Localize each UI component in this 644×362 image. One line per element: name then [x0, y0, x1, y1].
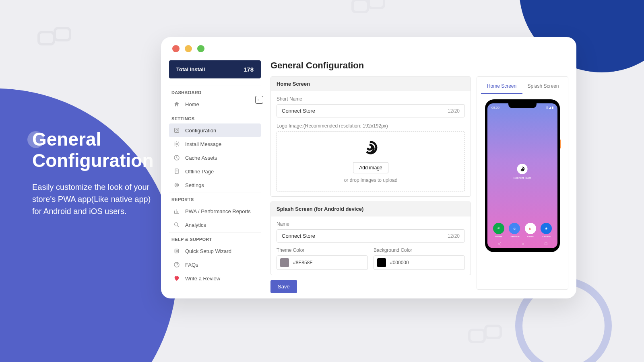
sidebar-item-label: Offline Page — [185, 169, 214, 175]
sidebar-item-home[interactable]: Home — [169, 97, 261, 111]
chart-icon — [173, 208, 180, 215]
close-icon[interactable] — [172, 45, 180, 52]
short-name-counter: 12/20 — [448, 108, 460, 114]
theme-color-label: Theme Color — [277, 247, 368, 253]
sidebar-item-label: Configuration — [185, 128, 216, 134]
camera-app-icon: ◉ — [541, 223, 552, 234]
theme-color-input[interactable]: #8E858F — [277, 255, 368, 270]
swatch-icon — [377, 258, 386, 267]
bg-color-input[interactable]: #000000 — [374, 255, 465, 270]
short-name-input[interactable] — [282, 108, 448, 114]
maximize-icon[interactable] — [197, 45, 204, 52]
sidebar-header-settings: SETTINGS — [169, 112, 261, 123]
sidebar-item-settings[interactable]: Settings — [169, 178, 261, 192]
home-circle-icon: ○ — [522, 241, 524, 246]
panel-header: Home Screen — [271, 77, 471, 91]
sidebar-item-label: Home — [185, 101, 199, 107]
help-icon — [173, 261, 180, 268]
logo-label: Logo Image:(Recommended resolution: 192x… — [277, 123, 465, 129]
sidebar: Total Install 178 DASHBOARD ← Home SETTI… — [169, 60, 261, 290]
traffic-lights — [161, 37, 576, 60]
page-title: General Configuration — [270, 60, 568, 71]
sidebar-item-offline-page[interactable]: Offline Page — [169, 165, 261, 178]
svg-point-11 — [176, 184, 178, 186]
phone-screen: 08.00 ▯ ◢ ▮ Connect Store ✆Phone GTransl… — [487, 103, 557, 248]
chain-icon — [36, 24, 72, 48]
translate-app-icon: G — [509, 223, 520, 234]
sidebar-item-analytics[interactable]: Analytics — [169, 218, 261, 232]
status-time: 08.00 — [491, 106, 500, 109]
minimize-icon[interactable] — [185, 45, 192, 52]
signal-icon: ▯ ◢ ▮ — [546, 106, 553, 109]
cache-icon — [173, 154, 180, 161]
power-button-icon — [560, 140, 561, 148]
svg-rect-6 — [175, 128, 179, 133]
chain-icon — [350, 0, 386, 16]
sidebar-item-review[interactable]: Write a Review — [169, 272, 261, 285]
install-label: Total Install — [176, 66, 205, 72]
svg-rect-5 — [485, 326, 501, 338]
wizard-icon — [173, 247, 180, 255]
tab-home-screen[interactable]: Home Screen — [481, 81, 522, 94]
notch — [508, 103, 537, 108]
bg-color-value: #000000 — [390, 260, 409, 265]
sidebar-item-cache-assets[interactable]: Cache Assets — [169, 151, 261, 165]
preview-panel: Home Screen Splash Screen 08.00 ▯ ◢ ▮ — [477, 76, 568, 290]
svg-rect-1 — [55, 28, 70, 40]
svg-rect-2 — [353, 0, 368, 12]
sidebar-item-label: Install Message — [185, 141, 221, 147]
collapse-sidebar-button[interactable]: ← — [255, 96, 263, 104]
phone-app-icon: ✆ — [493, 223, 504, 234]
logo-preview — [285, 140, 456, 157]
marketing-title: General Configuration — [32, 129, 153, 171]
sidebar-item-pwa-reports[interactable]: PWA / Performance Reports — [169, 204, 261, 218]
spiral-icon — [363, 140, 379, 156]
sidebar-item-label: FAQs — [185, 262, 198, 268]
save-button[interactable]: Save — [270, 280, 297, 293]
tab-splash-screen[interactable]: Splash Screen — [522, 81, 564, 94]
logo-dropzone[interactable]: Add image or drop images to upload — [277, 131, 465, 191]
browser-window: Total Install 178 DASHBOARD ← Home SETTI… — [161, 37, 576, 298]
chain-icon — [467, 322, 503, 346]
svg-rect-3 — [369, 0, 384, 8]
swatch-icon — [280, 258, 289, 267]
sidebar-item-label: Write a Review — [185, 276, 220, 282]
sidebar-item-install-message[interactable]: Install Message — [169, 137, 261, 151]
recent-icon: □ — [545, 241, 547, 246]
sidebar-header-help: HELP & SUPPORT — [169, 232, 261, 244]
sidebar-header-dashboard: DASHBOARD ← — [169, 86, 261, 97]
sidebar-item-label: Settings — [185, 182, 204, 188]
sidebar-item-setup-wizard[interactable]: Quick Setup Wizard — [169, 244, 261, 258]
marketing-desc: Easily customize the look of your store'… — [32, 181, 153, 217]
search-icon — [173, 221, 180, 228]
sidebar-item-label: Cache Assets — [185, 155, 217, 161]
panel-header: Splash Screen (for Android device) — [271, 202, 471, 216]
svg-rect-13 — [175, 249, 178, 253]
page-icon — [173, 168, 180, 175]
back-icon: ◁ — [498, 241, 501, 246]
svg-point-7 — [176, 130, 178, 131]
sidebar-item-label: PWA / Performance Reports — [185, 208, 251, 214]
accent-dot — [27, 131, 44, 148]
phone-mockup: 08.00 ▯ ◢ ▮ Connect Store ✆Phone GTransl… — [485, 99, 560, 252]
splash-name-input[interactable] — [282, 233, 448, 239]
marketing-copy: General Configuration Easily customize t… — [32, 129, 153, 217]
gmail-app-icon: M — [525, 223, 536, 234]
short-name-label: Short Name — [277, 96, 465, 102]
sidebar-item-label: Quick Setup Wizard — [185, 248, 231, 254]
drop-hint: or drop images to upload — [285, 177, 456, 183]
home-icon — [173, 101, 180, 108]
splash-name-counter: 12/20 — [448, 233, 460, 239]
svg-point-8 — [176, 143, 178, 145]
panel-splash: Splash Screen (for Android device) Name … — [270, 202, 471, 275]
sidebar-item-configuration[interactable]: Configuration — [169, 123, 261, 137]
theme-color-value: #8E858F — [293, 260, 313, 265]
install-count: 178 — [244, 66, 254, 73]
svg-rect-0 — [39, 32, 54, 44]
sidebar-header-reports: REPORTS — [169, 193, 261, 204]
add-image-button[interactable]: Add image — [353, 162, 388, 173]
panel-home-screen: Home Screen Short Name 12/20 Logo Image:… — [270, 76, 471, 197]
android-nav: ◁ ○ □ — [487, 241, 557, 246]
sidebar-item-faqs[interactable]: FAQs — [169, 258, 261, 272]
total-installs-card: Total Install 178 — [169, 60, 261, 78]
